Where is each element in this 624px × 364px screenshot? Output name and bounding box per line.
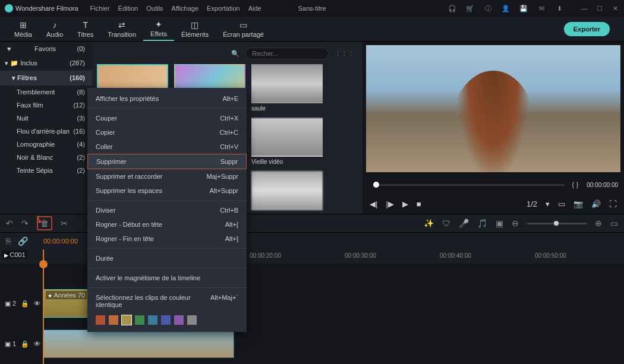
info-icon[interactable]: ⓘ: [484, 4, 492, 12]
color-swatch[interactable]: [174, 315, 184, 325]
close-icon[interactable]: ✕: [611, 4, 619, 12]
sidebar-flou[interactable]: Flou d'arrière-plan(16): [0, 125, 92, 138]
titlebar: Wondershare Filmora Fichier Édition Outi…: [0, 0, 624, 17]
cart-icon[interactable]: 🛒: [466, 4, 474, 12]
color-swatch[interactable]: [161, 315, 171, 325]
user-icon[interactable]: 👤: [502, 4, 510, 12]
minimize-icon[interactable]: —: [580, 4, 588, 12]
tab-transition[interactable]: ⇄Transition: [100, 18, 143, 40]
eye-icon[interactable]: 👁: [34, 300, 40, 307]
track-label: ▣ 2: [5, 300, 16, 308]
tab-titles[interactable]: TTitres: [70, 18, 100, 40]
grid-view-icon[interactable]: ⋮⋮⋮: [335, 50, 354, 58]
shield-icon[interactable]: 🛡: [442, 219, 450, 228]
prev-frame-icon[interactable]: ◀|: [370, 200, 377, 208]
menu-tools[interactable]: Outils: [146, 5, 163, 12]
sidebar-inclus[interactable]: ▾ 📁 Inclus(287): [0, 56, 92, 71]
preview-panel: { } 00:00:00:00 ◀| |▶ ▶ ■ 1/2 ▾ ▭ 📷 🔊 ⛶: [363, 42, 624, 214]
elements-icon: ◫: [191, 20, 198, 30]
play-icon[interactable]: ▶: [402, 200, 408, 208]
track-label: ▣ 1: [5, 340, 16, 348]
menu-view[interactable]: Affichage: [171, 5, 198, 12]
zoom-out-icon[interactable]: ⊖: [512, 219, 519, 228]
app-logo: Wondershare Filmora: [5, 4, 78, 12]
preview-slider[interactable]: [373, 184, 565, 186]
tab-media[interactable]: ⊞Média: [7, 18, 39, 40]
color-swatch[interactable]: [148, 315, 157, 325]
playhead[interactable]: [43, 249, 44, 364]
preview-timecode: 00:00:00:00: [587, 182, 618, 188]
titles-icon: T: [83, 20, 88, 30]
sidebar-tremblement[interactable]: Tremblement(8): [0, 86, 92, 99]
sidebar-nuit[interactable]: Nuit(3): [0, 112, 92, 125]
crop-icon[interactable]: ▣: [496, 219, 503, 228]
fullscreen-icon[interactable]: ⛶: [609, 200, 617, 208]
tab-audio[interactable]: ♪Audio: [39, 18, 70, 40]
sidebar-lomo[interactable]: Lomographie(4): [0, 138, 92, 151]
cut-icon[interactable]: ✂: [61, 219, 68, 228]
menu-edit[interactable]: Édition: [118, 5, 138, 12]
ctx-split: DiviserCtrl+B: [87, 203, 247, 217]
sidebar-sepia[interactable]: Teinte Sépia(2): [0, 164, 92, 177]
music-icon[interactable]: 🎵: [477, 219, 487, 228]
preview-video[interactable]: [366, 45, 620, 172]
zoom-in-icon[interactable]: ⊕: [595, 219, 602, 228]
tab-splitscreen[interactable]: ▭Écran partagé: [216, 18, 271, 40]
tab-elements[interactable]: ◫Éléments: [174, 18, 216, 40]
menu-file[interactable]: Fichier: [90, 5, 110, 12]
menu-export[interactable]: Exportation: [207, 5, 240, 12]
logo-icon: [5, 4, 13, 12]
lock-icon[interactable]: 🔒: [21, 340, 29, 348]
title-icons: 🎧 🛒 ⓘ 👤 💾 ✉ ⬇ — ☐ ✕: [448, 4, 619, 12]
tab-effects[interactable]: ✦Effets: [143, 17, 174, 41]
ctx-ripple-delete[interactable]: Supprimer et raccorderMaj+Suppr: [87, 169, 247, 183]
ctx-snap[interactable]: Activer le magnétisme de la timeline: [87, 271, 247, 285]
ctx-duration[interactable]: Durée: [87, 251, 247, 265]
mail-icon[interactable]: ✉: [537, 4, 546, 12]
stop-icon[interactable]: ■: [417, 200, 421, 208]
link-icon[interactable]: 🔗: [18, 236, 28, 246]
download-icon[interactable]: ⬇: [555, 4, 563, 12]
sidebar-nb[interactable]: Noir & Blanc(2): [0, 151, 92, 164]
eye-icon[interactable]: 👁: [34, 340, 40, 347]
menu-help[interactable]: Aide: [248, 5, 261, 12]
thumb-5[interactable]: [251, 171, 323, 210]
color-swatch[interactable]: [135, 315, 144, 325]
sidebar-favoris[interactable]: Favoris(0): [0, 42, 92, 56]
ctx-properties[interactable]: Afficher les propriétésAlt+E: [87, 91, 247, 106]
chevron-down-icon[interactable]: ▾: [546, 200, 550, 208]
clip-effect[interactable]: ★ Années 70: [43, 289, 88, 318]
volume-icon[interactable]: 🔊: [591, 200, 601, 208]
fit-icon[interactable]: ▭: [610, 219, 618, 228]
zoom-ratio[interactable]: 1/2: [527, 200, 537, 208]
redo-icon[interactable]: ↷: [21, 219, 29, 228]
ctx-cut[interactable]: CouperCtrl+X: [87, 111, 247, 125]
thumb-vieille[interactable]: Vieille vidéo: [251, 118, 323, 165]
sidebar-fauxfilm[interactable]: Faux film(12): [0, 99, 92, 112]
zoom-slider[interactable]: [527, 223, 587, 224]
color-swatch[interactable]: [96, 315, 105, 325]
sidebar-filtres[interactable]: ▾ Filtres(160): [0, 71, 92, 86]
lock-icon[interactable]: 🔒: [21, 300, 29, 308]
color-swatch[interactable]: [109, 315, 118, 325]
clip-video[interactable]: ▶ C001: [43, 330, 234, 358]
mic-icon[interactable]: 🎤: [459, 219, 469, 228]
ctx-copy[interactable]: CopierCtrl+C: [87, 125, 247, 140]
app-name: Wondershare Filmora: [15, 5, 78, 12]
save-icon[interactable]: 💾: [519, 4, 528, 12]
headphone-icon[interactable]: 🎧: [448, 4, 456, 12]
ctx-delete[interactable]: SupprimerSuppr: [87, 154, 247, 169]
snapshot-icon[interactable]: 📷: [573, 200, 583, 208]
maximize-icon[interactable]: ☐: [595, 4, 604, 12]
undo-icon[interactable]: ↶: [6, 219, 13, 228]
ctx-select-same-color[interactable]: Sélectionnez les clips de couleur identi…: [87, 290, 247, 312]
export-button[interactable]: Exporter: [564, 22, 610, 36]
thumb-saule[interactable]: saule: [251, 64, 323, 112]
enhance-icon[interactable]: ✨: [424, 219, 434, 228]
color-swatch[interactable]: [122, 315, 131, 325]
step-back-icon[interactable]: |▶: [386, 200, 393, 208]
color-swatch[interactable]: [187, 315, 197, 325]
quality-icon[interactable]: ▭: [558, 200, 565, 208]
copy-icon[interactable]: ⎘: [6, 236, 11, 246]
search-input[interactable]: [245, 48, 329, 59]
